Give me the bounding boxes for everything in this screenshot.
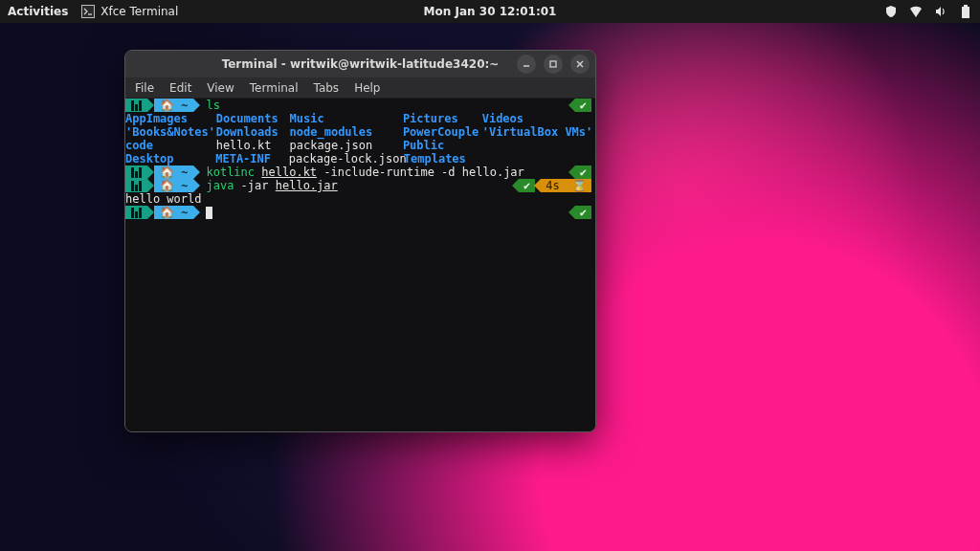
command-text: java -jar hello.jar bbox=[200, 179, 337, 192]
status-ok-icon: ✔ bbox=[575, 99, 591, 112]
svg-rect-4 bbox=[962, 7, 969, 18]
chevron-right-icon bbox=[193, 99, 200, 112]
clock[interactable]: Mon Jan 30 12:01:01 bbox=[424, 5, 557, 18]
battery-icon[interactable] bbox=[959, 5, 972, 18]
desktop-topbar: Activities Xfce Terminal Mon Jan 30 12:0… bbox=[0, 0, 980, 23]
command-text: ls bbox=[200, 99, 219, 112]
menu-edit[interactable]: Edit bbox=[169, 81, 191, 95]
list-item: code hello.kt package.json Public bbox=[125, 139, 595, 152]
menu-terminal[interactable]: Terminal bbox=[250, 81, 299, 95]
prompt-os-segment bbox=[125, 99, 147, 112]
terminal-cursor bbox=[206, 207, 212, 219]
ls-output: AppImages Documents Music Pictures Video… bbox=[125, 112, 595, 165]
list-item: AppImages Documents Music Pictures Video… bbox=[125, 112, 595, 125]
chevron-right-icon bbox=[147, 99, 154, 112]
prompt-line: 🏠 ~ kotlinc hello.kt -include-runtime -d… bbox=[125, 165, 595, 179]
window-maximize-button[interactable] bbox=[544, 55, 563, 74]
manjaro-icon bbox=[131, 167, 142, 178]
manjaro-icon bbox=[131, 208, 142, 218]
prompt-line-active[interactable]: 🏠 ~ ✔ bbox=[125, 206, 595, 219]
status-elapsed: 4s ⌛ bbox=[541, 179, 591, 192]
window-titlebar[interactable]: Terminal - writwik@writwik-latitude3420:… bbox=[125, 51, 595, 77]
menu-view[interactable]: View bbox=[207, 81, 234, 95]
window-title: Terminal - writwik@writwik-latitude3420:… bbox=[222, 57, 500, 71]
menu-help[interactable]: Help bbox=[354, 81, 380, 95]
prompt-line: 🏠 ~ java -jar hello.jar ✔ 4s ⌛ bbox=[125, 179, 595, 192]
activities-button[interactable]: Activities bbox=[8, 5, 68, 18]
terminal-viewport[interactable]: 🏠 ~ ls ✔ AppImages Documents Music Pictu… bbox=[125, 99, 595, 431]
list-item: 'Books&Notes' Downloads node_modules Pow… bbox=[125, 125, 595, 139]
network-icon[interactable] bbox=[909, 5, 923, 18]
prompt-status-right: ✔ bbox=[568, 99, 591, 112]
status-ok-icon: ✔ bbox=[575, 165, 591, 179]
status-ok-icon: ✔ bbox=[519, 179, 535, 192]
window-minimize-button[interactable] bbox=[517, 55, 536, 74]
hourglass-icon: ⌛ bbox=[572, 179, 587, 192]
list-item: Desktop META-INF package-lock.json Templ… bbox=[125, 152, 595, 165]
svg-rect-3 bbox=[964, 5, 968, 7]
manjaro-icon bbox=[131, 181, 142, 191]
window-close-button[interactable] bbox=[570, 55, 590, 74]
shield-icon[interactable] bbox=[884, 5, 898, 18]
menu-tabs[interactable]: Tabs bbox=[314, 81, 340, 95]
terminal-app-icon bbox=[81, 5, 95, 18]
menu-file[interactable]: File bbox=[135, 81, 154, 95]
focused-app-name: Xfce Terminal bbox=[100, 5, 178, 18]
prompt-line: 🏠 ~ ls ✔ bbox=[125, 99, 595, 112]
status-ok-icon: ✔ bbox=[575, 206, 591, 219]
svg-rect-6 bbox=[550, 61, 556, 67]
stdout-line: hello world bbox=[125, 192, 595, 206]
manjaro-icon bbox=[131, 100, 142, 111]
terminal-window: Terminal - writwik@writwik-latitude3420:… bbox=[124, 50, 596, 432]
command-text: kotlinc hello.kt -include-runtime -d hel… bbox=[200, 165, 523, 179]
window-menubar: File Edit View Terminal Tabs Help bbox=[125, 77, 595, 99]
svg-rect-1 bbox=[82, 6, 94, 17]
volume-icon[interactable] bbox=[934, 5, 947, 18]
prompt-path-segment: 🏠 ~ bbox=[154, 99, 193, 112]
focused-app-indicator[interactable]: Xfce Terminal bbox=[81, 5, 178, 18]
